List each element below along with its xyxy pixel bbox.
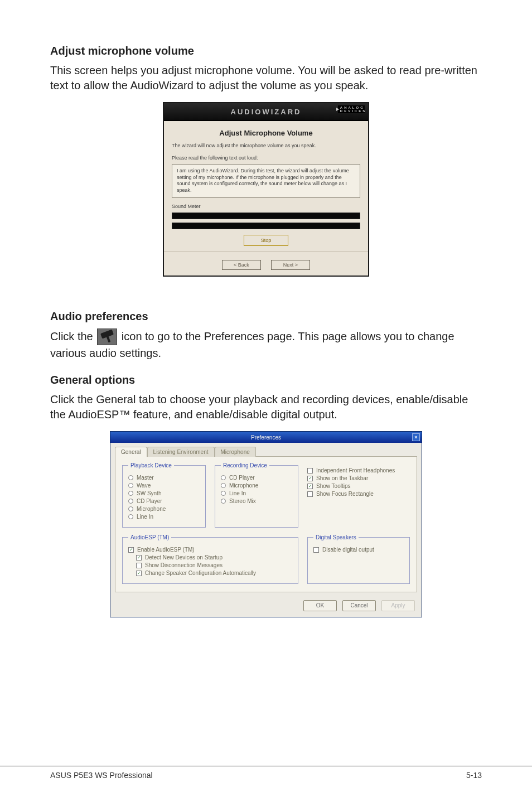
playback-option[interactable]: Wave xyxy=(128,482,200,489)
audiowizard-desc: The wizard will now adjust the microphon… xyxy=(172,143,360,148)
analog-devices-logo: ANALOG DEVICES xyxy=(338,105,365,113)
recording-option[interactable]: CD Player xyxy=(221,475,292,481)
check-detect-new-devices[interactable]: ✓Detect New Devices on Startup xyxy=(136,554,292,561)
sound-meter-2 xyxy=(172,223,360,229)
check-label: Independent Front Headphones xyxy=(316,467,395,474)
back-button[interactable]: < Back xyxy=(222,260,261,270)
playback-label: CD Player xyxy=(137,498,162,504)
audioesp-legend: AudioESP (TM) xyxy=(128,534,171,540)
check-label: Show Focus Rectangle xyxy=(316,491,374,497)
playback-label: SW Synth xyxy=(137,490,161,496)
sound-meter-label: Sound Meter xyxy=(172,204,360,209)
playback-label: Microphone xyxy=(137,506,166,512)
preferences-titlebar: Preferences × xyxy=(110,432,422,443)
audio-prefs-text-before: Click the xyxy=(50,330,96,342)
close-icon[interactable]: × xyxy=(412,433,420,441)
footer-right: 5-13 xyxy=(466,771,482,780)
preferences-tabs: General Listening Environment Microphone xyxy=(110,443,422,456)
general-panel: Playback Device Master Wave SW Synth CD … xyxy=(115,456,417,592)
preferences-window: Preferences × General Listening Environm… xyxy=(110,431,422,617)
check-show-disconnection[interactable]: Show Disconnection Messages xyxy=(136,562,292,568)
audiowizard-header: Adjust Microphone Volume xyxy=(172,129,360,137)
playback-option[interactable]: CD Player xyxy=(128,498,200,504)
section-body-adjust: This screen helps you adjust microphone … xyxy=(50,63,482,93)
audiowizard-instruction-label: Please read the following text out loud: xyxy=(172,155,360,161)
dialog-buttons: OK Cancel Apply xyxy=(110,597,422,617)
ok-button[interactable]: OK xyxy=(303,600,337,611)
recording-label: Stereo Mix xyxy=(229,498,256,504)
check-label: Disable digital output xyxy=(322,547,374,553)
recording-option[interactable]: Microphone xyxy=(221,482,292,489)
footer-left: ASUS P5E3 WS Professional xyxy=(50,771,153,780)
recording-option[interactable]: Line In xyxy=(221,490,292,496)
playback-option[interactable]: Line In xyxy=(128,514,200,520)
check-disable-digital-output[interactable]: Disable digital output xyxy=(313,547,404,553)
cancel-button[interactable]: Cancel xyxy=(342,600,376,611)
recording-option[interactable]: Stereo Mix xyxy=(221,498,292,504)
recording-label: Microphone xyxy=(229,482,258,489)
playback-option[interactable]: Master xyxy=(128,475,200,481)
recording-device-group: Recording Device CD Player Microphone Li… xyxy=(215,462,298,528)
tab-microphone[interactable]: Microphone xyxy=(215,447,256,457)
audiowizard-window: AUDIOWIZARD ANALOG DEVICES Adjust Microp… xyxy=(163,102,369,277)
audiowizard-readout-box: I am using the AudioWizard. During this … xyxy=(172,164,360,198)
audio-prefs-paragraph: Click the icon to go to the Preferences … xyxy=(50,328,482,362)
digital-legend: Digital Speakers xyxy=(313,534,359,540)
next-button[interactable]: Next > xyxy=(271,260,310,270)
tab-general[interactable]: General xyxy=(115,447,147,457)
audiowizard-app-title: AUDIOWIZARD xyxy=(231,108,302,116)
preferences-title-text: Preferences xyxy=(251,434,281,441)
digital-speakers-group: Digital Speakers Disable digital output xyxy=(307,534,410,584)
logo-text: ANALOG DEVICES xyxy=(340,106,366,113)
page-footer: ASUS P5E3 WS Professional 5-13 xyxy=(0,766,532,780)
playback-label: Wave xyxy=(137,482,151,489)
check-label: Detect New Devices on Startup xyxy=(145,554,223,561)
check-show-tooltips[interactable]: ✓Show Tooltips xyxy=(307,483,410,489)
check-change-speaker-config[interactable]: ✓Change Speaker Configuration Automatica… xyxy=(136,570,292,576)
check-label: Show Disconnection Messages xyxy=(145,562,223,568)
check-label: Show on the Taskbar xyxy=(316,475,368,481)
preferences-icon xyxy=(97,328,117,345)
sound-meter xyxy=(172,212,360,219)
audioesp-group: AudioESP (TM) ✓Enable AudioESP (TM) ✓Det… xyxy=(122,534,298,584)
playback-option[interactable]: Microphone xyxy=(128,506,200,512)
section-title-audio-prefs: Audio preferences xyxy=(50,310,482,323)
general-right-checks: Independent Front Headphones ✓Show on th… xyxy=(307,462,410,528)
playback-device-group: Playback Device Master Wave SW Synth CD … xyxy=(122,462,206,528)
recording-label: CD Player xyxy=(229,475,255,481)
check-independent-headphones[interactable]: Independent Front Headphones xyxy=(307,467,410,474)
tab-listening-environment[interactable]: Listening Environment xyxy=(147,447,215,457)
play-icon xyxy=(336,108,339,111)
audiowizard-titlebar: AUDIOWIZARD ANALOG DEVICES xyxy=(164,103,368,121)
section-body-general: Click the General tab to choose your pla… xyxy=(50,392,482,422)
recording-label: Line In xyxy=(229,490,246,496)
check-label: Change Speaker Configuration Automatical… xyxy=(145,570,256,576)
recording-legend: Recording Device xyxy=(221,462,269,468)
playback-option[interactable]: SW Synth xyxy=(128,490,200,496)
stop-button[interactable]: Stop xyxy=(244,235,288,246)
playback-legend: Playback Device xyxy=(128,462,174,468)
check-show-focus-rectangle[interactable]: Show Focus Rectangle xyxy=(307,491,410,497)
apply-button[interactable]: Apply xyxy=(381,600,415,611)
section-title-adjust: Adjust microphone volume xyxy=(50,45,482,57)
check-show-taskbar[interactable]: ✓Show on the Taskbar xyxy=(307,475,410,481)
playback-label: Master xyxy=(137,475,154,481)
playback-label: Line In xyxy=(137,514,153,520)
section-title-general: General options xyxy=(50,374,482,386)
check-label: Enable AudioESP (TM) xyxy=(137,547,195,553)
check-enable-audioesp[interactable]: ✓Enable AudioESP (TM) xyxy=(128,547,292,553)
check-label: Show Tooltips xyxy=(316,483,351,489)
